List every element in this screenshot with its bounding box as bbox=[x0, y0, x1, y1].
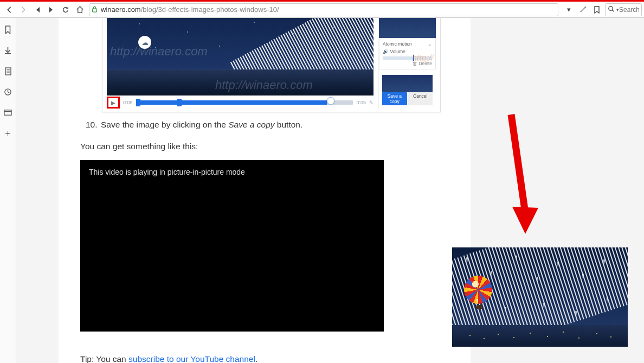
tip-prefix: Tip: You can bbox=[80, 354, 128, 363]
volume-label: Volume bbox=[390, 49, 405, 54]
screenshot-preview: http://winaero.com http://winaero.com ☁ bbox=[107, 18, 373, 95]
history-panel-icon[interactable] bbox=[3, 86, 14, 97]
bookmark-icon[interactable] bbox=[590, 3, 604, 17]
url-text[interactable]: winaero.com/blog/3d-effects-images-photo… bbox=[100, 5, 556, 14]
screenshot-playbar: ▶ 0:05 0:05 ✎ bbox=[107, 97, 373, 109]
step-italic: Save a copy bbox=[228, 120, 274, 129]
tip-link[interactable]: subscribe to our YouTube channel bbox=[128, 354, 255, 363]
address-bar[interactable]: winaero.com/blog/3d-effects-images-photo… bbox=[89, 3, 558, 16]
step-text: Save the image by clicking on the bbox=[101, 120, 228, 129]
watermark-text: http://winaero.com bbox=[215, 78, 313, 92]
play-time-start: 0:05 bbox=[123, 100, 133, 105]
window-panel-icon[interactable] bbox=[3, 107, 14, 118]
wand-icon[interactable] bbox=[576, 3, 590, 17]
dropdown-icon[interactable]: ▾ bbox=[562, 3, 576, 17]
bookmarks-panel-icon[interactable] bbox=[3, 24, 14, 35]
search-box[interactable]: ▾ bbox=[605, 3, 642, 16]
page-viewport: http://winaero.com http://winaero.com ☁ … bbox=[16, 18, 644, 363]
url-host: winaero.com bbox=[101, 5, 141, 14]
watermark-text: http:// bbox=[412, 53, 434, 63]
browser-sidebar: ＋ bbox=[0, 18, 16, 363]
back-button[interactable] bbox=[2, 3, 16, 17]
search-input[interactable] bbox=[619, 6, 639, 14]
svg-marker-6 bbox=[512, 207, 538, 234]
toolbar-right: ▾ bbox=[562, 3, 604, 17]
edit-icon: ✎ bbox=[369, 100, 373, 105]
svg-rect-0 bbox=[93, 9, 97, 12]
fast-forward-button[interactable] bbox=[44, 3, 59, 17]
article-column: http://winaero.com http://winaero.com ☁ … bbox=[59, 18, 471, 363]
pip-message: This video is playing in picture-in-pict… bbox=[89, 168, 245, 176]
step-text: button. bbox=[275, 120, 303, 129]
save-copy-button: Save a copy bbox=[382, 92, 407, 105]
browser-toolbar: winaero.com/blog/3d-effects-images-photo… bbox=[0, 2, 644, 18]
play-button-highlight: ▶ bbox=[107, 97, 120, 109]
chevron-down-icon: ⌄ bbox=[428, 41, 432, 47]
notes-panel-icon[interactable] bbox=[3, 66, 14, 77]
pip-floating-video[interactable] bbox=[452, 247, 628, 347]
browser-accent-bar bbox=[0, 0, 644, 2]
svg-point-1 bbox=[609, 6, 613, 10]
tip-line: Tip: You can subscribe to our YouTube ch… bbox=[80, 354, 460, 363]
effect-name: Atomic motion bbox=[383, 41, 412, 47]
play-track bbox=[136, 100, 353, 105]
reload-button[interactable] bbox=[59, 3, 73, 17]
lock-icon bbox=[92, 6, 98, 14]
rewind-button[interactable] bbox=[30, 3, 44, 17]
svg-rect-4 bbox=[4, 110, 11, 114]
tip-suffix: . bbox=[255, 354, 257, 363]
url-path: /blog/3d-effects-images-photos-windows-1… bbox=[141, 5, 279, 14]
svg-line-5 bbox=[511, 114, 525, 213]
result-intro: You can get something like this: bbox=[80, 142, 460, 151]
downloads-panel-icon[interactable] bbox=[3, 45, 14, 56]
step-10: 10.Save the image by clicking on the Sav… bbox=[86, 120, 460, 130]
step-number: 10. bbox=[86, 120, 101, 130]
effect-marker-icon: ☁ bbox=[138, 36, 151, 49]
home-button[interactable] bbox=[73, 3, 87, 17]
add-panel-icon[interactable]: ＋ bbox=[3, 128, 14, 138]
search-icon bbox=[608, 5, 615, 14]
cancel-button: Cancel bbox=[408, 92, 433, 105]
annotation-arrow bbox=[495, 110, 544, 242]
pip-placeholder[interactable]: This video is playing in picture-in-pict… bbox=[80, 160, 384, 332]
watermark-text: http://winaero.com bbox=[110, 44, 208, 59]
play-time-end: 0:05 bbox=[356, 100, 366, 105]
forward-button[interactable] bbox=[16, 3, 30, 17]
tutorial-screenshot: http://winaero.com http://winaero.com ☁ … bbox=[102, 18, 441, 112]
screenshot-sidepanel: Atomic motion⌄ 🔊 Volume 🗑 Delete http://… bbox=[378, 18, 436, 109]
